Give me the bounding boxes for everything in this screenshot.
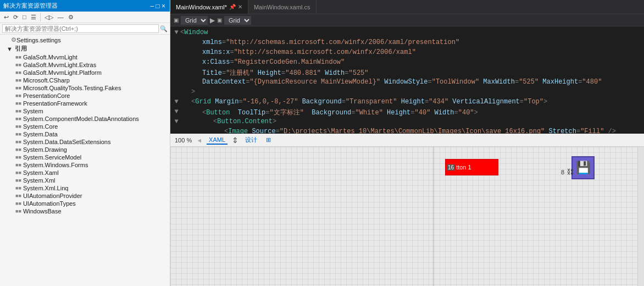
code-line: ▼ <Button.Content> bbox=[170, 118, 644, 128]
breadcrumb-grid-icon-right: ▣ bbox=[217, 17, 222, 23]
settings-item[interactable]: ⚙ Settings.settings bbox=[0, 36, 170, 44]
nav-button[interactable]: ◁▷ bbox=[43, 13, 55, 21]
settings-label: Settings.settings bbox=[16, 37, 61, 43]
list-item[interactable]: ■■System.Windows.Forms bbox=[0, 161, 170, 169]
code-editor[interactable]: ▼ <Window xmlns="http://schemas.microsof… bbox=[170, 26, 644, 134]
tab-mainwindow-cs[interactable]: MainWindow.xaml.cs bbox=[248, 0, 317, 14]
list-item[interactable]: ■■System.Drawing bbox=[0, 146, 170, 153]
pin-icon[interactable]: – □ × bbox=[149, 2, 166, 10]
search-bar: 🔍 bbox=[0, 23, 170, 35]
grid-view-button[interactable]: ⊞ bbox=[264, 136, 273, 144]
references-header[interactable]: ▼ 引用 bbox=[0, 44, 170, 53]
swap-icon[interactable]: ⇕ bbox=[232, 136, 238, 145]
design-red-button-label: 16tton 1 bbox=[446, 164, 471, 170]
design-scrollbar[interactable] bbox=[637, 147, 644, 286]
list-item[interactable]: ■■PresentationFramework bbox=[0, 100, 170, 107]
code-line: xmlns="http://schemas.microsoft.com/winf… bbox=[170, 38, 644, 48]
code-line: <Image Source="D:\projects\Martes_10\Mar… bbox=[170, 128, 644, 134]
solution-toolbar: ↩ ⟳ □ ☰ ◁▷ — ⚙ bbox=[0, 12, 170, 23]
code-content: > bbox=[180, 88, 642, 96]
fold-icon[interactable]: ▼ bbox=[173, 118, 180, 125]
bottom-toolbar: 100 % ◄ XAML ⇕ 设计 ⊞ bbox=[170, 134, 644, 147]
list-item[interactable]: ■■GalaSoft.MvvmLight bbox=[0, 53, 170, 61]
zoom-label: 100 % bbox=[175, 137, 192, 144]
settings-gear-icon: ⚙ bbox=[11, 36, 16, 43]
list-item[interactable]: ■■System.Data bbox=[0, 130, 170, 138]
list-item[interactable]: ■■UIAutomationTypes bbox=[0, 200, 170, 207]
scroll-left-icon[interactable]: ◄ bbox=[196, 137, 202, 144]
design-red-button[interactable]: 16tton 1 bbox=[445, 159, 498, 175]
settings-gear-button[interactable]: ⚙ bbox=[66, 13, 75, 21]
design-canvas: 16tton 1 💾 8 ⛓ bbox=[170, 147, 644, 286]
search-input[interactable] bbox=[2, 24, 159, 33]
properties-button[interactable]: ☰ bbox=[29, 13, 38, 21]
code-line: ▼ <Grid Margin="-16,0,-8,-27" Background… bbox=[170, 98, 644, 108]
tab-mainwindow-xaml[interactable]: MainWindow.xaml* 📌 ✕ bbox=[170, 0, 248, 14]
references-label: 引用 bbox=[15, 45, 27, 53]
list-item[interactable]: ■■Microsoft.CSharp bbox=[0, 76, 170, 84]
code-content: <Button.Content> bbox=[180, 118, 642, 125]
code-content: xmlns:x="http://schemas.microsoft.com/wi… bbox=[180, 48, 642, 56]
list-item[interactable]: ■■UIAutomationProvider bbox=[0, 192, 170, 200]
breadcrumb-right-select[interactable]: Grid bbox=[224, 16, 251, 25]
dash-button[interactable]: — bbox=[56, 13, 65, 21]
code-content: Title="注册机" Height="480.881" Width="525" bbox=[180, 68, 642, 78]
code-content: x:Class="RegisterCodeGen.MainWindow" bbox=[180, 58, 642, 66]
search-icon: 🔍 bbox=[160, 25, 168, 32]
tab-bar: MainWindow.xaml* 📌 ✕ MainWindow.xaml.cs bbox=[170, 0, 644, 14]
list-item[interactable]: ■■PresentationCore bbox=[0, 92, 170, 100]
code-line: > bbox=[170, 88, 644, 98]
list-item[interactable]: ■■System.ComponentModel.DataAnnotations bbox=[0, 115, 170, 123]
code-content: <Button ToolTip="文字标注" Background="White… bbox=[180, 108, 642, 117]
panel-title-bar: 解决方案资源管理器 – □ × bbox=[0, 0, 170, 12]
code-content: DataContext="{DynamicResource MainViewMo… bbox=[180, 78, 642, 86]
fold-icon[interactable]: ▼ bbox=[173, 29, 180, 36]
tab-xaml-label: MainWindow.xaml* bbox=[176, 4, 227, 10]
design-save-button[interactable]: 💾 bbox=[571, 156, 595, 179]
fold-icon[interactable]: ▼ bbox=[173, 108, 180, 116]
list-item[interactable]: ■■System.Core bbox=[0, 123, 170, 130]
code-line: Title="注册机" Height="480.881" Width="525" bbox=[170, 68, 644, 78]
list-item[interactable]: ■■System.Xaml bbox=[0, 169, 170, 177]
list-item[interactable]: ■■System.Data.DataSetExtensions bbox=[0, 138, 170, 146]
list-item[interactable]: ■■WindowsBase bbox=[0, 207, 170, 215]
refresh-button[interactable]: ↩ bbox=[2, 13, 10, 21]
breadcrumb-grid-icon-left: ▣ bbox=[174, 17, 179, 23]
code-line: ▼ <Button ToolTip="文字标注" Background="Whi… bbox=[170, 108, 644, 118]
breadcrumb-bar: ▣ Grid ▶ ▣ Grid bbox=[170, 14, 644, 26]
panel-title-icons: – □ × bbox=[149, 2, 166, 10]
list-item[interactable]: ■■System.Xml.Linq bbox=[0, 184, 170, 192]
tree-view: ⚙ Settings.settings ▼ 引用 ■■GalaSoft.Mvvm… bbox=[0, 35, 170, 286]
tab-close-icon[interactable]: ✕ bbox=[238, 4, 242, 10]
save-icon: 💾 bbox=[576, 161, 591, 175]
code-content: <Grid Margin="-16,0,-8,-27" Background="… bbox=[180, 98, 642, 106]
list-item[interactable]: ■■Microsoft.QualityTools.Testing.Fakes bbox=[0, 84, 170, 92]
code-line: xmlns:x="http://schemas.microsoft.com/wi… bbox=[170, 48, 644, 58]
list-item[interactable]: ■■GalaSoft.MvvmLight.Extras bbox=[0, 61, 170, 69]
tab-pin-icon[interactable]: 📌 bbox=[229, 4, 236, 10]
code-content: <Image Source="D:\projects\Martes_10\Mar… bbox=[180, 128, 642, 134]
list-item[interactable]: ■■System.ServiceModel bbox=[0, 153, 170, 161]
code-line: x:Class="RegisterCodeGen.MainWindow" bbox=[170, 58, 644, 68]
code-content: xmlns="http://schemas.microsoft.com/winf… bbox=[180, 38, 642, 46]
list-item[interactable]: ■■GalaSoft.MvvmLight.Platform bbox=[0, 69, 170, 76]
collapse-button[interactable]: □ bbox=[21, 13, 28, 21]
code-line: DataContext="{DynamicResource MainViewMo… bbox=[170, 78, 644, 88]
list-item[interactable]: ■■System.Xml bbox=[0, 177, 170, 184]
expand-icon: ▼ bbox=[7, 46, 13, 52]
chain-link-icon[interactable]: ⛓ bbox=[567, 168, 574, 176]
canvas-left-border bbox=[433, 147, 434, 286]
reference-list: ■■GalaSoft.MvvmLight ■■GalaSoft.MvvmLigh… bbox=[0, 53, 170, 215]
code-content: <Window bbox=[180, 29, 642, 36]
breadcrumb-left-select[interactable]: Grid bbox=[181, 16, 208, 25]
panel-title: 解决方案资源管理器 bbox=[3, 2, 58, 10]
breadcrumb-arrow: ▶ bbox=[210, 16, 215, 24]
design-tab-button[interactable]: 设计 bbox=[243, 135, 259, 145]
list-item[interactable]: ■■System bbox=[0, 107, 170, 115]
fold-icon[interactable]: ▼ bbox=[173, 98, 180, 106]
xaml-tab-button[interactable]: XAML bbox=[207, 136, 227, 145]
canvas-number-8: 8 bbox=[561, 169, 564, 175]
line-num-label: 16 bbox=[447, 164, 455, 170]
sync-button[interactable]: ⟳ bbox=[12, 13, 20, 21]
code-line: ▼ <Window bbox=[170, 29, 644, 38]
